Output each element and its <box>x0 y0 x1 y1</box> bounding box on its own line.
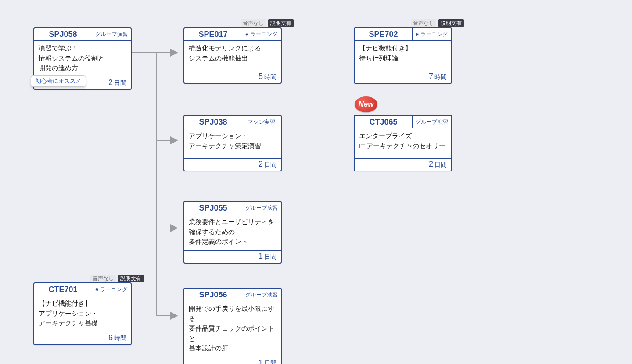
desc-on-badge: 説明文有 <box>118 275 144 282</box>
duration-number: 1 <box>259 252 263 261</box>
duration-unit: 日間 <box>434 161 447 169</box>
duration-unit: 時間 <box>264 73 276 81</box>
duration-number: 2 <box>429 160 433 169</box>
card-top-badges: 音声なし 説明文有 <box>411 19 464 27</box>
course-title: 業務要件とユーザビリティを確保するための要件定義のポイント <box>184 214 281 250</box>
card-header: SPJ058 グループ演習 <box>34 28 131 41</box>
audio-off-badge: 音声なし <box>411 19 436 27</box>
course-title: 【ナビ機能付き】アプリケーション・アーキテクチャ基礎 <box>34 296 131 332</box>
course-card-spj038[interactable]: SPJ038 マシン実習 アプリケーション・アーキテクチャ策定演習 2 日間 <box>183 115 282 171</box>
course-duration: 1 日間 <box>184 357 281 364</box>
course-code: CTJ065 <box>355 116 412 128</box>
course-code: SPJ058 <box>34 28 92 40</box>
duration-unit: 日間 <box>264 253 276 261</box>
desc-on-badge: 説明文有 <box>438 19 464 27</box>
course-card-spj055[interactable]: SPJ055 グループ演習 業務要件とユーザビリティを確保するための要件定義のポ… <box>183 201 282 264</box>
recommended-badge: 初心者にオススメ <box>31 75 86 87</box>
course-type-tag: グループ演習 <box>242 289 281 301</box>
course-card-cte701[interactable]: CTE701 e ラーニング 【ナビ機能付き】アプリケーション・アーキテクチャ基… <box>33 282 132 345</box>
course-card-spj056[interactable]: SPJ056 グループ演習 開発での手戻りを最小限にする要件品質チェックのポイン… <box>183 288 282 364</box>
duration-number: 5 <box>259 72 263 81</box>
new-badge: New <box>355 96 377 112</box>
course-card-spe702[interactable]: SPE702 e ラーニング 【ナビ機能付き】待ち行列理論 7 時間 <box>354 27 452 84</box>
duration-number: 1 <box>259 358 263 364</box>
course-title: 開発での手戻りを最小限にする要件品質チェックのポイントと基本設計の肝 <box>184 301 281 357</box>
course-type-tag: グループ演習 <box>242 202 281 214</box>
course-title: エンタープライズIT アーキテクチャのセオリー <box>355 128 451 158</box>
desc-on-badge: 説明文有 <box>268 19 294 27</box>
card-header: CTJ065 グループ演習 <box>355 116 451 128</box>
course-type-tag: e ラーニング <box>242 28 281 40</box>
diagram-canvas: SPJ058 グループ演習 演習で学ぶ！情報システムの役割と開発の進め方 2 日… <box>0 0 632 364</box>
course-type-tag: e ラーニング <box>92 283 131 296</box>
course-title: 【ナビ機能付き】待ち行列理論 <box>355 41 451 71</box>
duration-number: 2 <box>108 78 113 87</box>
course-code: SPJ055 <box>184 202 242 214</box>
card-header: SPJ038 マシン実習 <box>184 116 281 128</box>
card-top-badges: 音声なし 説明文有 <box>90 275 144 282</box>
course-type-tag: グループ演習 <box>412 116 451 128</box>
audio-off-badge: 音声なし <box>241 19 266 27</box>
course-duration: 1 日間 <box>184 250 281 263</box>
course-type-tag: e ラーニング <box>412 28 451 40</box>
duration-unit: 時間 <box>434 73 447 81</box>
course-code: SPE017 <box>184 28 242 40</box>
card-header: SPJ055 グループ演習 <box>184 202 281 214</box>
duration-unit: 日間 <box>264 161 276 169</box>
duration-number: 2 <box>259 160 263 169</box>
duration-number: 7 <box>429 72 433 81</box>
card-top-badges: 音声なし 説明文有 <box>241 19 294 27</box>
course-card-ctj065[interactable]: CTJ065 グループ演習 エンタープライズIT アーキテクチャのセオリー 2 … <box>354 115 452 171</box>
duration-unit: 時間 <box>114 335 126 343</box>
course-code: CTE701 <box>34 283 92 296</box>
course-title: アプリケーション・アーキテクチャ策定演習 <box>184 128 281 158</box>
course-code: SPJ038 <box>184 116 242 128</box>
course-code: SPE702 <box>355 28 412 40</box>
course-type-tag: グループ演習 <box>92 28 131 40</box>
course-duration: 7 時間 <box>355 71 451 83</box>
course-title: 演習で学ぶ！情報システムの役割と開発の進め方 <box>34 41 131 77</box>
duration-unit: 日間 <box>114 79 126 87</box>
course-type-tag: マシン実習 <box>242 116 281 128</box>
course-duration: 2 日間 <box>355 158 451 171</box>
course-duration: 5 時間 <box>184 71 281 83</box>
audio-off-badge: 音声なし <box>90 275 116 282</box>
course-code: SPJ056 <box>184 289 242 301</box>
course-title: 構造化モデリングによるシステムの機能抽出 <box>184 41 281 71</box>
card-header: SPE017 e ラーニング <box>184 28 281 41</box>
card-header: CTE701 e ラーニング <box>34 283 131 296</box>
course-card-spe017[interactable]: SPE017 e ラーニング 構造化モデリングによるシステムの機能抽出 5 時間 <box>183 27 282 84</box>
course-duration: 2 日間 <box>184 158 281 171</box>
duration-number: 6 <box>108 333 113 343</box>
course-duration: 6 時間 <box>34 332 131 344</box>
card-header: SPE702 e ラーニング <box>355 28 451 41</box>
card-header: SPJ056 グループ演習 <box>184 289 281 301</box>
duration-unit: 日間 <box>264 360 276 364</box>
